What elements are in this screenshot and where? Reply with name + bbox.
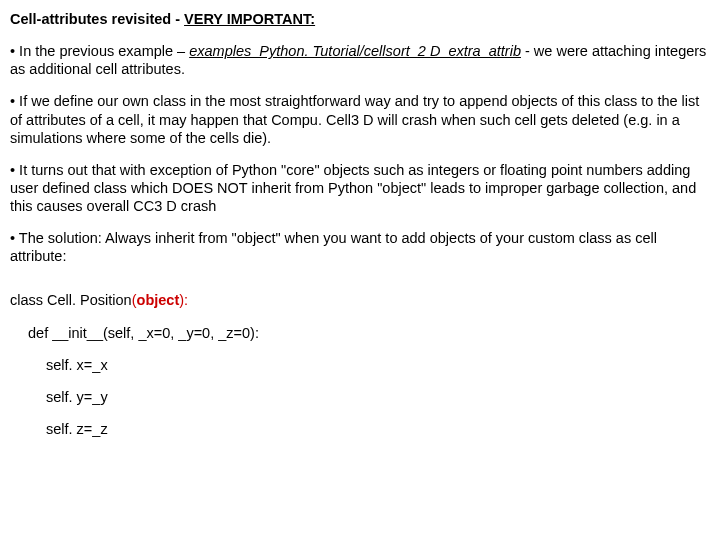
code-text: self. x=_x <box>46 357 108 373</box>
bullet-4: • The solution: Always inherit from "obj… <box>10 229 708 265</box>
code-object: object <box>137 292 180 308</box>
slide-title: Cell-attributes revisited - VERY IMPORTA… <box>10 10 708 28</box>
code-text: def __init__(self, _x=0, _y=0, _z=0): <box>28 325 259 341</box>
code-text: self. y=_y <box>46 389 108 405</box>
title-prefix: Cell-attributes revisited - <box>10 11 184 27</box>
bullet-dot: • <box>10 43 19 59</box>
code-text: self. z=_z <box>46 421 108 437</box>
bullet-dot: • <box>10 230 19 246</box>
code-line-class: class Cell. Position(object): <box>10 291 708 309</box>
code-line-assign: self. x=_x <box>10 356 708 374</box>
code-line-def: def __init__(self, _x=0, _y=0, _z=0): <box>10 324 708 342</box>
bullet-text: In the previous example – <box>19 43 189 59</box>
code-paren-close: ): <box>179 292 188 308</box>
title-emphasis: VERY IMPORTANT: <box>184 11 315 27</box>
code-text: class Cell. Position <box>10 292 132 308</box>
bullet-1: • In the previous example – examples_Pyt… <box>10 42 708 78</box>
bullet-3: • It turns out that with exception of Py… <box>10 161 708 215</box>
code-line-assign: self. y=_y <box>10 388 708 406</box>
slide-body: Cell-attributes revisited - VERY IMPORTA… <box>0 0 720 462</box>
bullet-text: If we define our own class in the most s… <box>10 93 699 145</box>
code-block: class Cell. Position(object): def __init… <box>10 291 708 438</box>
bullet-text: The solution: Always inherit from "objec… <box>10 230 657 264</box>
bullet-text: It turns out that with exception of Pyth… <box>10 162 696 214</box>
code-path: examples_Python. Tutorial/cellsort_2 D_e… <box>189 43 521 59</box>
bullet-dot: • <box>10 162 19 178</box>
bullet-dot: • <box>10 93 19 109</box>
code-line-assign: self. z=_z <box>10 420 708 438</box>
bullet-2: • If we define our own class in the most… <box>10 92 708 146</box>
